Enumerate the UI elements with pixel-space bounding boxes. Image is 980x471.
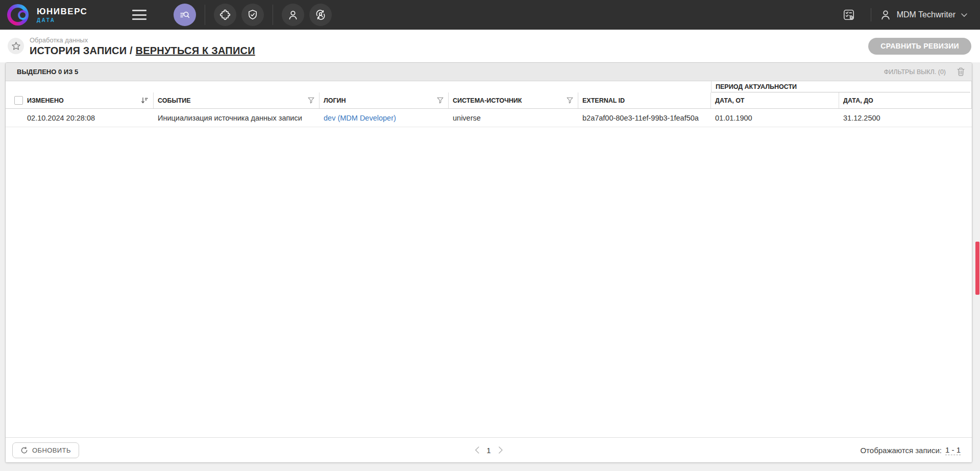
refresh-icon <box>20 446 28 454</box>
page-number[interactable]: 1 <box>486 446 491 455</box>
column-header-date-from[interactable]: ДАТА, ОТ <box>711 92 839 108</box>
user-menu[interactable]: MDM Techwriter <box>879 9 968 21</box>
person-icon <box>287 9 299 20</box>
column-header-login[interactable]: ЛОГИН <box>320 92 449 108</box>
security-button[interactable] <box>241 4 264 26</box>
topbar: ЮНИВЕРС ДАТА <box>0 0 980 30</box>
page-header: Обработка данных ИСТОРИЯ ЗАПИСИ / ВЕРНУТ… <box>0 30 980 62</box>
table-empty-space <box>6 127 972 437</box>
select-all-checkbox[interactable] <box>14 96 23 105</box>
history-panel: ВЫДЕЛЕНО 0 ИЗ 5 ФИЛЬТРЫ ВЫКЛ. (0) ПЕРИОД… <box>5 62 972 463</box>
record-search-icon <box>179 9 190 20</box>
cell-date-from: 01.01.1900 <box>711 109 839 127</box>
brand[interactable]: ЮНИВЕРС ДАТА <box>7 3 114 27</box>
person-sync-icon <box>315 9 326 20</box>
selection-count: ВЫДЕЛЕНО 0 ИЗ 5 <box>17 68 78 76</box>
records-info: Отображаются записи: 1 - 1 <box>860 445 961 455</box>
filter-icon[interactable] <box>437 97 444 104</box>
prev-page-icon[interactable] <box>474 446 479 454</box>
column-header-external-id[interactable]: EXTERNAL ID <box>578 92 711 108</box>
next-page-icon[interactable] <box>498 446 503 454</box>
plugins-button[interactable] <box>214 4 236 26</box>
user-sync-button[interactable] <box>309 4 332 26</box>
univers-logo-icon <box>7 3 31 27</box>
table-row[interactable]: 02.10.2024 20:28:08 Инициализация источн… <box>6 109 972 127</box>
table-group-header-row: ПЕРИОД АКТУАЛЬНОСТИ <box>6 81 972 92</box>
menu-hamburger-icon[interactable] <box>132 10 146 20</box>
puzzle-icon <box>219 9 231 20</box>
brand-title: ЮНИВЕРС <box>37 7 87 16</box>
star-icon <box>11 41 21 51</box>
trash-icon[interactable] <box>957 67 965 76</box>
group-header-period: ПЕРИОД АКТУАЛЬНОСТИ <box>712 83 970 92</box>
topbar-divider <box>871 8 871 21</box>
shield-check-icon <box>247 9 258 20</box>
breadcrumb-separator: / <box>127 45 135 56</box>
select-all-cell <box>6 92 23 108</box>
column-header-event[interactable]: СОБЫТИЕ <box>154 92 320 108</box>
tasks-button[interactable] <box>838 4 860 26</box>
filter-icon[interactable] <box>567 97 573 104</box>
user-avatar-icon <box>879 9 892 21</box>
row-checkbox-cell <box>6 109 23 127</box>
panel-footer: ОБНОВИТЬ 1 Отображаются записи: 1 - 1 <box>6 437 972 462</box>
page-title: ИСТОРИЯ ЗАПИСИ <box>30 45 127 56</box>
cell-modified: 02.10.2024 20:28:08 <box>23 109 154 127</box>
login-link[interactable]: dev (MDM Developer) <box>324 114 396 122</box>
refresh-button[interactable]: ОБНОВИТЬ <box>12 442 79 458</box>
selection-toolbar: ВЫДЕЛЕНО 0 ИЗ 5 ФИЛЬТРЫ ВЫКЛ. (0) <box>6 63 972 81</box>
pagination: 1 <box>474 446 503 455</box>
cell-event: Инициализация источника данных записи <box>154 109 320 127</box>
brand-subtitle: ДАТА <box>37 18 87 23</box>
column-header-modified[interactable]: ИЗМЕНЕНО <box>23 92 154 108</box>
back-to-record-link[interactable]: ВЕРНУТЬСЯ К ЗАПИСИ <box>136 45 255 56</box>
cell-source-system: universe <box>449 109 578 127</box>
topbar-divider <box>205 5 205 25</box>
table-header-row: ИЗМЕНЕНО СОБЫТИЕ ЛОГИН СИСТЕМА-ИСТОЧНИК <box>6 92 972 109</box>
cell-external-id: b2a7af00-80e3-11ef-99b3-1feaf50a <box>578 109 711 127</box>
user-name: MDM Techwriter <box>897 10 955 19</box>
sort-desc-icon[interactable] <box>140 97 149 104</box>
column-header-source-system[interactable]: СИСТЕМА-ИСТОЧНИК <box>449 92 578 108</box>
favorite-button[interactable] <box>8 38 24 54</box>
cell-login: dev (MDM Developer) <box>320 109 449 127</box>
breadcrumb-section: Обработка данных <box>30 37 255 43</box>
column-header-date-to[interactable]: ДАТА, ДО <box>839 92 972 108</box>
scrollbar-thumb[interactable] <box>975 242 979 295</box>
topbar-divider <box>273 5 273 25</box>
cell-date-to: 31.12.2500 <box>839 109 972 127</box>
topbar-nav <box>171 4 334 26</box>
breadcrumb: Обработка данных ИСТОРИЯ ЗАПИСИ / ВЕРНУТ… <box>30 37 255 56</box>
scrollbar-track[interactable] <box>975 62 980 463</box>
records-label: Отображаются записи: <box>860 446 942 455</box>
user-profile-button[interactable] <box>282 4 304 26</box>
record-search-button[interactable] <box>174 4 196 26</box>
task-list-icon <box>842 8 855 21</box>
chevron-down-icon <box>961 13 968 17</box>
records-range[interactable]: 1 - 1 <box>945 445 961 455</box>
filters-status[interactable]: ФИЛЬТРЫ ВЫКЛ. (0) <box>884 68 946 76</box>
compare-revisions-button[interactable]: СРАВНИТЬ РЕВИЗИИ <box>868 38 971 55</box>
topbar-right: MDM Techwriter <box>835 4 968 26</box>
filter-icon[interactable] <box>308 97 314 104</box>
